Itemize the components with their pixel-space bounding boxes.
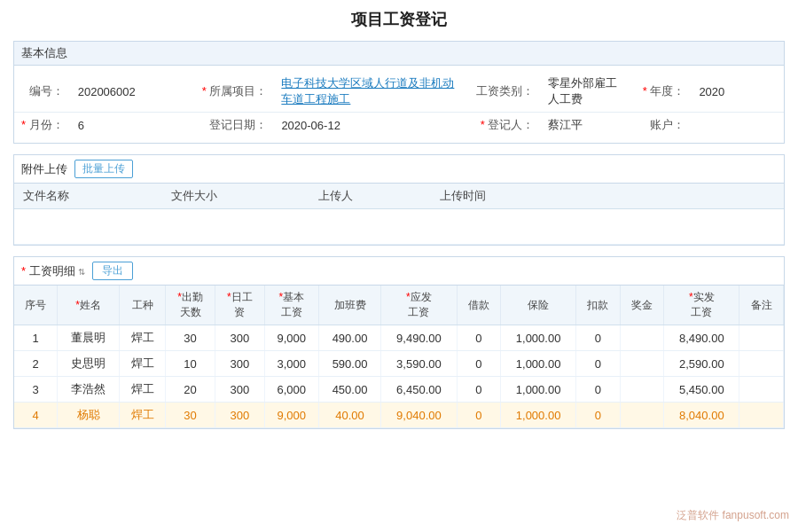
cell-bonus [620,377,664,403]
cell-type: 焊工 [119,325,165,351]
label-registrar: * 登记人： [469,113,541,138]
value-date: 2020-06-12 [274,113,469,138]
basic-info-section: 基本信息 编号： 202006002 * 所属项目： 电子科技大学区域人行道及非… [13,41,785,144]
cell-type: 焊工 [119,377,165,403]
cell-loan: 0 [457,325,501,351]
form-row-1: 编号： 202006002 * 所属项目： 电子科技大学区域人行道及非机动车道工… [14,71,784,113]
th-loan: 借款 [457,286,501,325]
attachment-header-row: 文件名称 文件大小 上传人 上传时间 [14,184,784,209]
cell-seq: 2 [14,351,58,377]
cell-base: 9,000 [264,325,318,351]
cell-deduct: 0 [576,403,621,428]
salary-section: * 工资明细 ⇅ 导出 序号 *姓名 工种 *出勤天数 *日工资 *基本工资 加… [13,256,785,429]
th-remark: 备注 [739,286,784,325]
th-base: *基本工资 [264,286,318,325]
cell-seq: 4 [14,403,58,428]
cell-remark [739,377,784,403]
salary-body: 1董晨明焊工303009,000490.009,490.0001,000.000… [14,325,784,428]
th-type: 工种 [119,286,165,325]
cell-daily: 300 [215,403,264,428]
cell-type: 焊工 [119,403,165,428]
cell-loan: 0 [457,403,501,428]
cell-remark [739,351,784,377]
cell-deduct: 0 [576,377,621,403]
th-overtime: 加班费 [318,286,381,325]
salary-header-row: 序号 *姓名 工种 *出勤天数 *日工资 *基本工资 加班费 *应发工资 借款 … [14,286,784,325]
attachment-header: 附件上传 批量上传 [14,155,784,184]
basic-info-body: 编号： 202006002 * 所属项目： 电子科技大学区域人行道及非机动车道工… [14,66,784,143]
cell-name: 史思明 [58,351,120,377]
cell-actual-pay: 8,040.00 [664,403,739,428]
salary-row-4: 4杨聪焊工303009,00040.009,040.0001,000.0008,… [14,403,784,428]
col-extra2 [620,184,661,209]
page-title: 项目工资登记 [13,9,785,30]
salary-row-1: 1董晨明焊工303009,000490.009,490.0001,000.000… [14,325,784,351]
col-extra1 [578,184,619,209]
col-filesize: 文件大小 [162,184,310,209]
cell-name: 董晨明 [58,325,120,351]
label-project: * 所属项目： [195,71,275,113]
cell-should-pay: 9,040.00 [381,403,457,428]
cell-overtime: 590.00 [318,351,381,377]
attachment-table: 文件名称 文件大小 上传人 上传时间 [14,184,784,245]
label-year: * 年度： [630,71,692,113]
cell-name: 杨聪 [58,403,120,428]
cell-overtime: 490.00 [318,325,381,351]
cell-seq: 3 [14,377,58,403]
col-filename: 文件名称 [14,184,162,209]
label-id: 编号： [14,71,71,113]
cell-name: 李浩然 [58,377,120,403]
label-salary-type: 工资类别： [469,71,541,113]
form-row-2: * 月份： 6 登记日期： 2020-06-12 * 登记人： 蔡江平 账户： [14,113,784,138]
attachment-section: 附件上传 批量上传 文件名称 文件大小 上传人 上传时间 [13,154,785,246]
cell-should-pay: 9,490.00 [381,325,457,351]
cell-days: 30 [166,403,215,428]
value-id: 202006002 [71,71,195,113]
cell-remark [739,325,784,351]
cell-insurance: 1,000.00 [501,403,576,428]
cell-deduct: 0 [576,325,621,351]
cell-bonus [620,325,664,351]
col-uploader: 上传人 [309,184,431,209]
cell-deduct: 0 [576,351,621,377]
cell-actual-pay: 2,590.00 [664,351,739,377]
watermark: 泛普软件 fanpusoft.com [677,508,789,523]
th-insurance: 保险 [501,286,576,325]
attachment-empty-row [14,209,784,245]
cell-base: 6,000 [264,377,318,403]
cell-should-pay: 6,450.00 [381,377,457,403]
label-date: 登记日期： [195,113,275,138]
salary-table: 序号 *姓名 工种 *出勤天数 *日工资 *基本工资 加班费 *应发工资 借款 … [14,286,784,428]
batch-upload-button[interactable]: 批量上传 [74,160,133,178]
value-registrar: 蔡江平 [541,113,630,138]
cell-overtime: 450.00 [318,377,381,403]
cell-bonus [620,351,664,377]
cell-daily: 300 [215,351,264,377]
th-days: *出勤天数 [166,286,215,325]
cell-loan: 0 [457,377,501,403]
cell-loan: 0 [457,351,501,377]
export-button[interactable]: 导出 [92,262,133,280]
cell-type: 焊工 [119,351,165,377]
th-bonus: 奖金 [620,286,664,325]
cell-overtime: 40.00 [318,403,381,428]
value-year: 2020 [692,71,784,113]
col-extra5 [743,184,784,209]
cell-remark [739,403,784,428]
cell-insurance: 1,000.00 [501,351,576,377]
th-should-pay: *应发工资 [381,286,457,325]
salary-title: * 工资明细 ⇅ [21,263,85,279]
project-link[interactable]: 电子科技大学区域人行道及非机动车道工程施工 [281,76,454,106]
salary-row-3: 3李浩然焊工203006,000450.006,450.0001,000.000… [14,377,784,403]
label-account: 账户： [630,113,692,138]
cell-daily: 300 [215,325,264,351]
cell-should-pay: 3,590.00 [381,351,457,377]
cell-bonus [620,403,664,428]
cell-days: 30 [166,325,215,351]
th-actual-pay: *实发工资 [664,286,739,325]
col-extra4 [701,184,742,209]
value-account [692,113,784,138]
cell-daily: 300 [215,377,264,403]
cell-days: 20 [166,377,215,403]
attachment-label: 附件上传 [21,161,67,177]
